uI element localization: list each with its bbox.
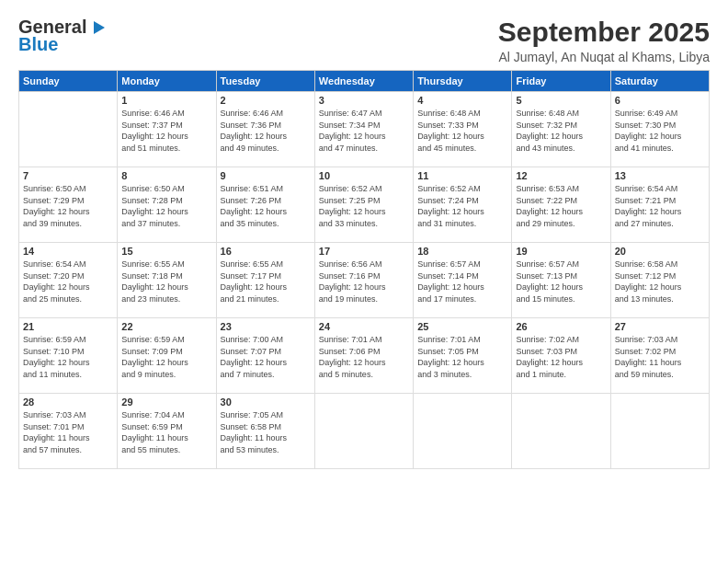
col-monday: Monday [118, 71, 216, 92]
table-row: 16Sunrise: 6:55 AMSunset: 7:17 PMDayligh… [216, 243, 314, 318]
day-info: Sunrise: 6:52 AMSunset: 7:24 PMDaylight:… [417, 183, 507, 229]
table-row: 29Sunrise: 7:04 AMSunset: 6:59 PMDayligh… [118, 394, 216, 469]
col-wednesday: Wednesday [314, 71, 413, 92]
table-row: 26Sunrise: 7:02 AMSunset: 7:03 PMDayligh… [512, 318, 610, 394]
day-number: 12 [516, 170, 606, 181]
table-row: 20Sunrise: 6:58 AMSunset: 7:12 PMDayligh… [610, 243, 709, 318]
calendar-week-0: 1Sunrise: 6:46 AMSunset: 7:37 PMDaylight… [19, 92, 710, 167]
day-number: 3 [319, 95, 409, 106]
table-row: 22Sunrise: 6:59 AMSunset: 7:09 PMDayligh… [118, 318, 216, 394]
table-row: 30Sunrise: 7:05 AMSunset: 6:58 PMDayligh… [216, 394, 314, 469]
header: General Blue September 2025 Al Jumayl, A… [18, 17, 710, 64]
day-number: 20 [615, 246, 705, 257]
table-row: 21Sunrise: 6:59 AMSunset: 7:10 PMDayligh… [19, 318, 118, 394]
day-info: Sunrise: 6:51 AMSunset: 7:26 PMDaylight:… [221, 183, 311, 229]
col-thursday: Thursday [414, 71, 512, 92]
day-number: 16 [221, 246, 311, 257]
day-info: Sunrise: 7:00 AMSunset: 7:07 PMDaylight:… [221, 334, 311, 380]
day-info: Sunrise: 6:48 AMSunset: 7:32 PMDaylight:… [516, 108, 606, 154]
day-info: Sunrise: 7:03 AMSunset: 7:01 PMDaylight:… [23, 409, 113, 455]
day-number: 18 [417, 246, 507, 257]
day-number: 23 [221, 321, 311, 332]
day-number: 4 [417, 95, 507, 106]
day-number: 8 [121, 170, 211, 181]
day-number: 15 [121, 246, 211, 257]
day-number: 1 [121, 95, 211, 106]
table-row: 18Sunrise: 6:57 AMSunset: 7:14 PMDayligh… [414, 243, 512, 318]
day-number: 22 [121, 321, 211, 332]
day-number: 30 [221, 396, 311, 408]
title-block: September 2025 Al Jumayl, An Nuqat al Kh… [498, 17, 710, 64]
day-info: Sunrise: 6:55 AMSunset: 7:17 PMDaylight:… [221, 259, 311, 304]
day-info: Sunrise: 6:46 AMSunset: 7:36 PMDaylight:… [221, 108, 311, 154]
day-number: 19 [516, 246, 606, 257]
col-sunday: Sunday [19, 71, 118, 92]
table-row [610, 394, 709, 469]
day-info: Sunrise: 6:55 AMSunset: 7:18 PMDaylight:… [121, 259, 211, 304]
table-row: 19Sunrise: 6:57 AMSunset: 7:13 PMDayligh… [512, 243, 610, 318]
logo-arrow-icon [86, 17, 107, 38]
day-info: Sunrise: 6:54 AMSunset: 7:20 PMDaylight:… [23, 259, 113, 304]
table-row: 3Sunrise: 6:47 AMSunset: 7:34 PMDaylight… [314, 92, 413, 167]
day-info: Sunrise: 6:57 AMSunset: 7:14 PMDaylight:… [417, 259, 507, 304]
day-number: 27 [615, 321, 705, 332]
table-row: 14Sunrise: 6:54 AMSunset: 7:20 PMDayligh… [19, 243, 118, 318]
calendar-header-row: Sunday Monday Tuesday Wednesday Thursday… [19, 71, 710, 92]
location: Al Jumayl, An Nuqat al Khams, Libya [498, 50, 710, 64]
day-info: Sunrise: 6:49 AMSunset: 7:30 PMDaylight:… [615, 108, 705, 154]
day-info: Sunrise: 6:50 AMSunset: 7:28 PMDaylight:… [121, 183, 211, 229]
logo-blue: Blue [18, 34, 58, 55]
day-number: 5 [516, 95, 606, 106]
table-row: 4Sunrise: 6:48 AMSunset: 7:33 PMDaylight… [414, 92, 512, 167]
table-row [314, 394, 413, 469]
table-row: 2Sunrise: 6:46 AMSunset: 7:36 PMDaylight… [216, 92, 314, 167]
day-number: 6 [615, 95, 705, 106]
day-info: Sunrise: 6:59 AMSunset: 7:09 PMDaylight:… [121, 334, 211, 380]
col-tuesday: Tuesday [216, 71, 314, 92]
day-info: Sunrise: 6:57 AMSunset: 7:13 PMDaylight:… [516, 259, 606, 304]
day-info: Sunrise: 6:50 AMSunset: 7:29 PMDaylight:… [23, 183, 113, 229]
day-number: 9 [221, 170, 311, 181]
table-row: 15Sunrise: 6:55 AMSunset: 7:18 PMDayligh… [118, 243, 216, 318]
calendar-week-4: 28Sunrise: 7:03 AMSunset: 7:01 PMDayligh… [19, 394, 710, 469]
table-row: 27Sunrise: 7:03 AMSunset: 7:02 PMDayligh… [610, 318, 709, 394]
day-info: Sunrise: 7:04 AMSunset: 6:59 PMDaylight:… [121, 409, 211, 455]
day-number: 14 [23, 246, 113, 257]
day-number: 29 [121, 396, 211, 408]
day-info: Sunrise: 6:58 AMSunset: 7:12 PMDaylight:… [615, 259, 705, 304]
table-row: 25Sunrise: 7:01 AMSunset: 7:05 PMDayligh… [414, 318, 512, 394]
table-row [414, 394, 512, 469]
day-info: Sunrise: 6:47 AMSunset: 7:34 PMDaylight:… [319, 108, 409, 154]
day-number: 2 [221, 95, 311, 106]
table-row: 7Sunrise: 6:50 AMSunset: 7:29 PMDaylight… [19, 167, 118, 243]
day-info: Sunrise: 7:01 AMSunset: 7:05 PMDaylight:… [417, 334, 507, 380]
table-row [512, 394, 610, 469]
logo: General Blue [18, 17, 107, 55]
day-info: Sunrise: 6:52 AMSunset: 7:25 PMDaylight:… [319, 183, 409, 229]
table-row: 6Sunrise: 6:49 AMSunset: 7:30 PMDaylight… [610, 92, 709, 167]
table-row: 17Sunrise: 6:56 AMSunset: 7:16 PMDayligh… [314, 243, 413, 318]
table-row: 1Sunrise: 6:46 AMSunset: 7:37 PMDaylight… [118, 92, 216, 167]
day-info: Sunrise: 6:56 AMSunset: 7:16 PMDaylight:… [319, 259, 409, 304]
day-number: 26 [516, 321, 606, 332]
day-number: 7 [23, 170, 113, 181]
svg-marker-0 [94, 21, 105, 34]
table-row: 12Sunrise: 6:53 AMSunset: 7:22 PMDayligh… [512, 167, 610, 243]
day-info: Sunrise: 6:46 AMSunset: 7:37 PMDaylight:… [121, 108, 211, 154]
calendar-week-2: 14Sunrise: 6:54 AMSunset: 7:20 PMDayligh… [19, 243, 710, 318]
day-number: 21 [23, 321, 113, 332]
day-number: 28 [23, 396, 113, 408]
table-row: 24Sunrise: 7:01 AMSunset: 7:06 PMDayligh… [314, 318, 413, 394]
table-row: 28Sunrise: 7:03 AMSunset: 7:01 PMDayligh… [19, 394, 118, 469]
day-info: Sunrise: 6:59 AMSunset: 7:10 PMDaylight:… [23, 334, 113, 380]
col-saturday: Saturday [610, 71, 709, 92]
day-info: Sunrise: 7:05 AMSunset: 6:58 PMDaylight:… [221, 409, 311, 455]
month-title: September 2025 [498, 17, 710, 48]
day-number: 10 [319, 170, 409, 181]
col-friday: Friday [512, 71, 610, 92]
day-number: 24 [319, 321, 409, 332]
day-info: Sunrise: 6:48 AMSunset: 7:33 PMDaylight:… [417, 108, 507, 154]
day-info: Sunrise: 6:53 AMSunset: 7:22 PMDaylight:… [516, 183, 606, 229]
calendar-week-1: 7Sunrise: 6:50 AMSunset: 7:29 PMDaylight… [19, 167, 710, 243]
table-row: 10Sunrise: 6:52 AMSunset: 7:25 PMDayligh… [314, 167, 413, 243]
